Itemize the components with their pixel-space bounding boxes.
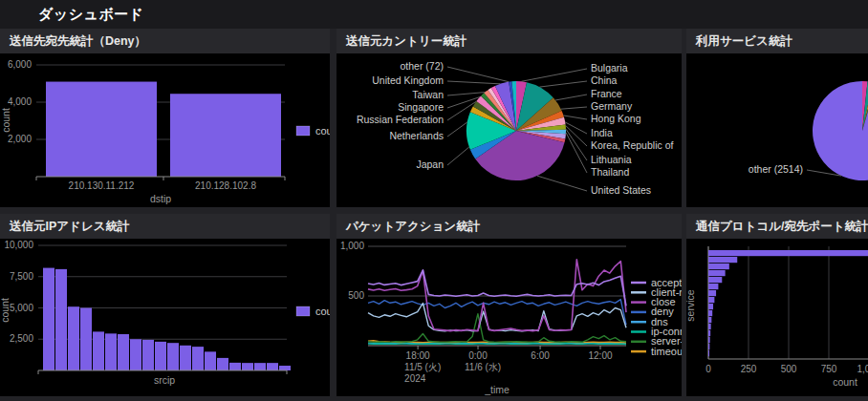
panel-title-service-usage: 利用サービス統計 (686, 29, 868, 53)
series-accept[interactable] (368, 270, 626, 306)
panel-source-ip: 送信元IPアドレス統計 2,5005,0007,50010,000countsr… (0, 214, 330, 396)
bar[interactable] (118, 334, 129, 370)
svg-text:4,000: 4,000 (8, 96, 32, 107)
callout-line (563, 116, 587, 119)
bar[interactable] (708, 304, 713, 309)
bar[interactable] (708, 344, 709, 349)
svg-text:2,000: 2,000 (8, 134, 32, 144)
pie-label: Russian Federation (357, 114, 444, 125)
pie-slice[interactable] (813, 81, 868, 180)
x-axis: 02505007501,000 (705, 246, 868, 374)
panel-deny-dstip: 送信先宛先統計（Deny） 2,0004,0006,000count210.13… (0, 29, 330, 207)
bar[interactable] (708, 284, 718, 289)
series-deny[interactable] (368, 300, 626, 326)
bar[interactable] (142, 340, 154, 370)
callout-line (521, 69, 587, 81)
bar[interactable] (93, 331, 104, 370)
legend-swatch[interactable] (296, 306, 310, 316)
bar[interactable] (130, 339, 141, 370)
callout-line (447, 122, 467, 137)
bar[interactable] (205, 351, 216, 370)
x-tick-label: 0 (705, 364, 711, 374)
bar[interactable] (267, 363, 278, 370)
y-axis: 5001,000 (340, 241, 626, 301)
svg-text:timeout: timeout (651, 346, 682, 357)
pie-label: United Kingdom (372, 74, 444, 86)
bar[interactable] (80, 308, 92, 371)
bar[interactable] (279, 366, 291, 370)
x-tick-sublabel: 11/6 (水) (465, 362, 501, 372)
series (368, 260, 626, 345)
pie-label: Bulgaria (591, 62, 628, 74)
pie-label: other (2514) (749, 163, 803, 175)
bar[interactable] (170, 94, 281, 177)
bar[interactable] (708, 290, 716, 296)
bar[interactable] (55, 269, 67, 370)
bar[interactable] (708, 250, 868, 256)
callout-line (566, 133, 587, 173)
bar[interactable] (254, 363, 266, 370)
svg-text:10,000: 10,000 (4, 240, 33, 250)
bar[interactable] (708, 324, 711, 329)
x-tick-label: 12:00 (588, 350, 612, 361)
bar[interactable] (708, 350, 709, 356)
svg-text:5,000: 5,000 (10, 303, 33, 313)
x-axis-label: srcip (154, 374, 175, 386)
bar[interactable] (708, 277, 722, 283)
y-axis-label: count (0, 298, 11, 323)
bar[interactable] (708, 317, 711, 323)
bar[interactable] (192, 347, 204, 370)
legend[interactable]: count (296, 306, 330, 317)
panel-packet-action: パケットアクション統計 5001,00018:0011/5 (火)20240:0… (336, 214, 682, 396)
protocol-port-hbar-chart[interactable]: 02505007501,000countservice (686, 239, 868, 396)
series-client-rst[interactable] (368, 304, 626, 331)
bar[interactable] (105, 333, 117, 370)
panel-title-source-country: 送信元カントリー統計 (336, 29, 682, 53)
x-axis-label: dstip (150, 193, 171, 204)
splunk-dashboard: ダッシュボード 送信先宛先統計（Deny） 2,0004,0006,000cou… (0, 0, 868, 401)
bar[interactable] (43, 268, 54, 370)
panel-title-packet-action: パケットアクション統計 (336, 214, 682, 239)
bar[interactable] (708, 310, 712, 316)
bar[interactable] (242, 363, 253, 370)
x-axis-label: _time (484, 384, 510, 395)
legend[interactable]: acceptclient-rstclosedenydnsip-connserve… (631, 277, 682, 357)
bar[interactable] (167, 343, 179, 370)
callout-line (447, 67, 509, 82)
x-tick-label: 1,000 (857, 364, 868, 374)
x-tick-label: 750 (821, 364, 837, 374)
bar[interactable] (708, 264, 729, 269)
bar[interactable] (708, 257, 737, 263)
callout-line (566, 126, 587, 146)
series-ip-conn[interactable] (368, 344, 626, 345)
legend-swatch[interactable] (296, 126, 310, 136)
bar[interactable] (46, 82, 157, 177)
source-ip-bar-chart[interactable]: 2,5005,0007,50010,000countsrcipcount (0, 239, 330, 396)
callout-line (561, 107, 587, 109)
pie-label: France (591, 88, 622, 99)
series-server-rst[interactable] (368, 314, 626, 343)
bar[interactable] (155, 342, 166, 370)
bar[interactable] (217, 358, 228, 370)
bar[interactable] (708, 270, 726, 276)
legend[interactable]: count (296, 125, 330, 137)
bar[interactable] (68, 306, 79, 370)
deny-dstip-bar-chart[interactable]: 2,0004,0006,000count210.130.11.212210.12… (0, 53, 330, 207)
bar[interactable] (708, 297, 714, 303)
panel-title-source-ip: 送信元IPアドレス統計 (0, 214, 330, 239)
page-header: ダッシュボード (0, 0, 868, 29)
packet-action-line-chart[interactable]: 5001,00018:0011/5 (火)20240:0011/6 (水)6:0… (336, 239, 682, 396)
bar[interactable] (708, 337, 710, 343)
callout-line (447, 93, 485, 95)
callout-line (555, 95, 587, 100)
bar[interactable] (180, 346, 191, 370)
service-usage-pie-chart[interactable]: other (2514) (686, 53, 868, 207)
bar[interactable] (708, 330, 710, 336)
panel-title-protocol-port: 通信プロトコル/宛先ポート統計 (686, 214, 868, 239)
source-country-pie-chart[interactable]: other (72)United KingdomTaiwanSingaporeR… (336, 53, 682, 207)
x-tick-sublabel: 2024 (404, 373, 426, 384)
panel-service-usage: 利用サービス統計 other (2514) (686, 29, 868, 207)
callout-line (447, 81, 500, 84)
pie-label: Thailand (591, 166, 629, 178)
bar[interactable] (229, 363, 241, 370)
